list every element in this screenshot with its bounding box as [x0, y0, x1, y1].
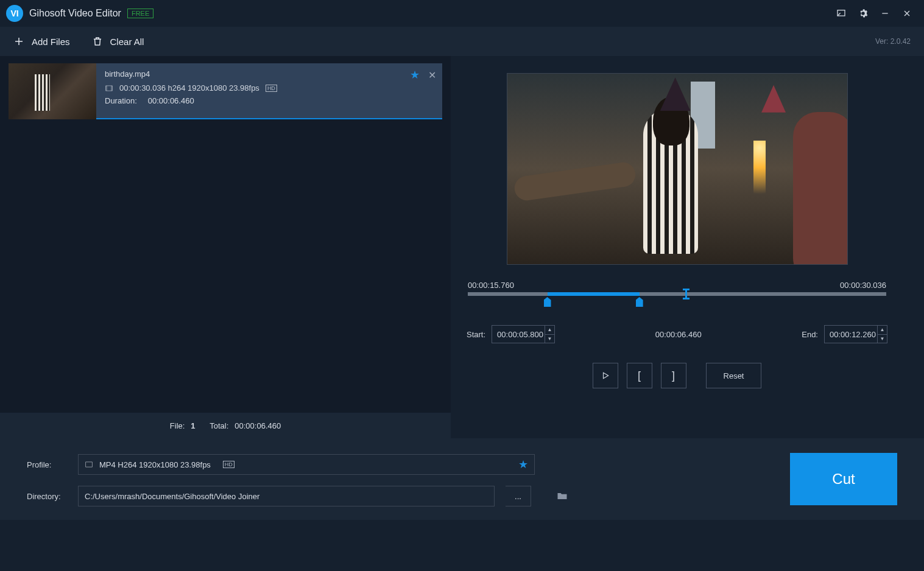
- set-end-bracket-button[interactable]: ]: [661, 363, 686, 388]
- browse-folder-button[interactable]: [549, 486, 575, 506]
- add-files-label: Add Files: [32, 37, 70, 47]
- cut-button[interactable]: Cut: [790, 453, 897, 505]
- chevron-down-icon[interactable]: ▼: [878, 335, 887, 343]
- film-icon: [105, 84, 113, 93]
- timeline-right-time: 00:00:30.036: [840, 281, 886, 290]
- timeline-track[interactable]: [468, 292, 886, 296]
- free-badge: FREE: [127, 9, 153, 18]
- playback-controls: [ ] Reset: [467, 363, 887, 388]
- feedback-icon[interactable]: [830, 2, 852, 24]
- svg-rect-8: [111, 85, 112, 90]
- file-list-footer: File: 1 Total: 00:00:06.460: [0, 413, 451, 438]
- favorite-icon[interactable]: ★: [518, 458, 528, 471]
- reset-label: Reset: [724, 371, 744, 380]
- profile-select[interactable]: MP4 H264 1920x1080 23.98fps HD ★: [78, 454, 535, 475]
- clear-all-button[interactable]: Clear All: [92, 36, 144, 47]
- end-value: 00:00:12.260: [825, 326, 877, 343]
- directory-input[interactable]: C:/Users/mrash/Documents/Gihosoft/Video …: [78, 486, 495, 506]
- range-row: Start: 00:00:05.800 ▲▼ 00:00:06.460 End:…: [467, 325, 887, 343]
- file-name: birthday.mp4: [105, 69, 434, 79]
- directory-label: Directory:: [27, 492, 67, 501]
- add-files-button[interactable]: Add Files: [13, 36, 70, 47]
- close-icon[interactable]: [896, 2, 918, 24]
- profile-label: Profile:: [27, 460, 67, 469]
- start-value: 00:00:05.800: [492, 326, 545, 343]
- film-icon: [85, 460, 93, 469]
- hd-badge: HD: [266, 85, 277, 92]
- remove-file-icon[interactable]: ✕: [428, 69, 436, 81]
- hd-badge: HD: [223, 461, 235, 468]
- svg-rect-7: [106, 85, 107, 90]
- settings-icon[interactable]: [852, 2, 874, 24]
- timeline-start-handle[interactable]: [544, 297, 551, 307]
- play-button[interactable]: [593, 363, 618, 388]
- file-thumbnail: [9, 63, 96, 119]
- timeline: 00:00:15.760 00:00:30.036: [467, 281, 887, 296]
- start-stepper[interactable]: ▲▼: [545, 326, 554, 343]
- start-time-input[interactable]: 00:00:05.800 ▲▼: [492, 325, 555, 343]
- timeline-left-time: 00:00:15.760: [468, 281, 514, 290]
- file-info: birthday.mp4 00:00:30.036 h264 1920x1080…: [96, 63, 442, 119]
- main-area: birthday.mp4 00:00:30.036 h264 1920x1080…: [0, 56, 924, 438]
- preview-scene: [507, 74, 847, 264]
- favorite-icon[interactable]: ★: [410, 68, 420, 82]
- timeline-end-handle[interactable]: [636, 297, 643, 307]
- chevron-up-icon[interactable]: ▲: [545, 326, 554, 335]
- range-duration: 00:00:06.460: [655, 330, 702, 339]
- video-preview[interactable]: [507, 73, 848, 265]
- total-value: 00:00:06.460: [235, 421, 281, 430]
- file-count-label: File:: [170, 421, 185, 430]
- svg-marker-9: [603, 373, 608, 378]
- file-duration-value: 00:00:06.460: [148, 96, 194, 105]
- total-label: Total:: [210, 421, 228, 430]
- preview-panel: 00:00:15.760 00:00:30.036 Start: 00:00:0…: [451, 56, 924, 438]
- directory-options-button[interactable]: ...: [506, 486, 531, 506]
- timeline-selection: [548, 292, 640, 296]
- file-meta: 00:00:30.036 h264 1920x1080 23.98fps: [119, 83, 259, 93]
- end-stepper[interactable]: ▲▼: [877, 326, 887, 343]
- profile-value: MP4 H264 1920x1080 23.98fps: [99, 460, 211, 469]
- file-item[interactable]: birthday.mp4 00:00:30.036 h264 1920x1080…: [9, 63, 442, 119]
- end-time-input[interactable]: 00:00:12.260 ▲▼: [824, 325, 887, 343]
- chevron-down-icon[interactable]: ▼: [545, 335, 554, 343]
- titlebar: VI Gihosoft Video Editor FREE: [0, 0, 924, 27]
- start-label: Start:: [467, 330, 485, 339]
- toolbar: Add Files Clear All Ver: 2.0.42: [0, 27, 924, 56]
- cut-label: Cut: [832, 471, 855, 488]
- app-title: Gihosoft Video Editor: [29, 8, 121, 19]
- file-list-panel: birthday.mp4 00:00:30.036 h264 1920x1080…: [0, 56, 451, 438]
- chevron-up-icon[interactable]: ▲: [878, 326, 887, 335]
- version-label: Ver: 2.0.42: [875, 37, 911, 46]
- file-duration-label: Duration:: [105, 96, 137, 105]
- bottom-bar: Profile: MP4 H264 1920x1080 23.98fps HD …: [0, 438, 924, 520]
- set-start-bracket-button[interactable]: [: [627, 363, 652, 388]
- timeline-playhead[interactable]: [685, 289, 687, 300]
- app-logo: VI: [6, 5, 23, 22]
- svg-rect-10: [86, 462, 93, 467]
- file-count-value: 1: [191, 421, 195, 430]
- clear-all-label: Clear All: [110, 37, 144, 47]
- reset-button[interactable]: Reset: [706, 363, 762, 388]
- directory-value: C:/Users/mrash/Documents/Gihosoft/Video …: [85, 492, 259, 501]
- minimize-icon[interactable]: [874, 2, 896, 24]
- end-label: End:: [802, 330, 818, 339]
